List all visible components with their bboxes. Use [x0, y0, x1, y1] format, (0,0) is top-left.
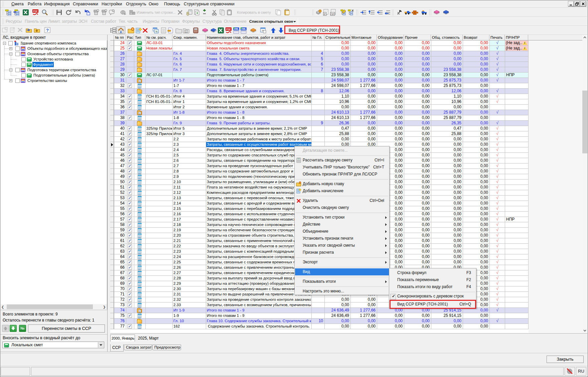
svg-text:Σ: Σ — [185, 30, 187, 33]
svg-text:ПР: ПР — [331, 13, 334, 16]
svg-text:PDF: PDF — [33, 10, 38, 12]
svg-text:P: P — [324, 13, 326, 16]
svg-text:%: % — [155, 30, 157, 33]
svg-text:?: ? — [46, 28, 49, 33]
svg-text:F: F — [215, 30, 216, 32]
svg-text:PDF: PDF — [226, 28, 231, 30]
